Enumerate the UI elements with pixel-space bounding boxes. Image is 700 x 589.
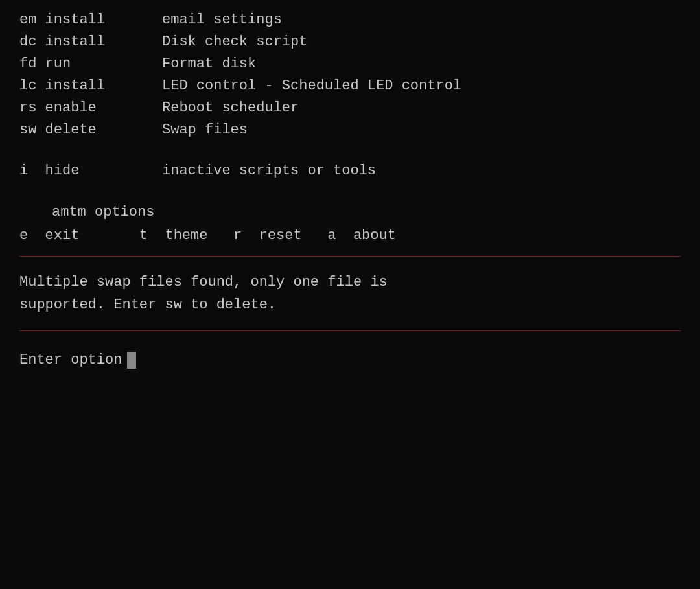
cmd-fd: fd run — [19, 53, 162, 75]
cmd-dc: dc install — [19, 31, 162, 53]
menu-row-sw: sw delete Swap files — [19, 119, 681, 141]
desc-sw: Swap files — [162, 119, 248, 141]
prompt-area: Enter option — [19, 349, 681, 371]
cmd-hidden: i hide — [19, 160, 162, 182]
desc-lc: LED control - Scheduled LED control — [162, 75, 461, 97]
menu-row-dc: dc install Disk check script — [19, 31, 681, 53]
desc-fd: Format disk — [162, 53, 256, 75]
menu-row-rs: rs enable Reboot scheduler — [19, 97, 681, 119]
menu-row-em: em install email settings — [19, 9, 681, 31]
menu-row-lc: lc install LED control - Scheduled LED c… — [19, 75, 681, 97]
menu-row-hidden: i hide inactive scripts or tools — [19, 160, 681, 182]
divider-top — [19, 256, 681, 257]
desc-rs: Reboot scheduler — [162, 97, 299, 119]
cmd-rs: rs enable — [19, 97, 162, 119]
warning-message: Multiple swap files found, only one file… — [19, 271, 681, 316]
options-row: e exit t theme r reset a about — [19, 225, 681, 247]
cmd-lc: lc install — [19, 75, 162, 97]
desc-em: email settings — [162, 9, 282, 31]
options-label: amtm options — [19, 202, 681, 224]
desc-dc: Disk check script — [162, 31, 307, 53]
menu-row-fd: fd run Format disk — [19, 53, 681, 75]
terminal-window: em install email settings dc install Dis… — [19, 6, 681, 583]
cmd-em: em install — [19, 9, 162, 31]
menu-section: em install email settings dc install Dis… — [19, 9, 681, 142]
cursor-block[interactable] — [127, 352, 136, 369]
cmd-sw: sw delete — [19, 119, 162, 141]
prompt-label: Enter option — [19, 349, 122, 371]
divider-bottom — [19, 330, 681, 331]
desc-hidden: inactive scripts or tools — [162, 160, 376, 182]
